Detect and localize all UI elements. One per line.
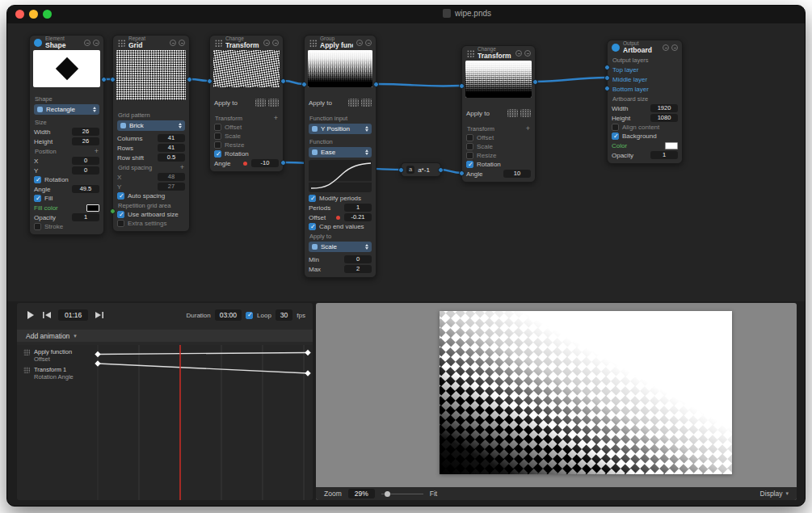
play-button[interactable]: [24, 309, 36, 321]
node-shape[interactable]: Element Shape Shape Rectangle Size Width: [29, 35, 104, 235]
artboard-opacity-field[interactable]: 1: [650, 151, 678, 159]
checkbox[interactable]: [612, 124, 619, 131]
checkbox[interactable]: [214, 141, 221, 149]
close-window-button[interactable]: [15, 10, 24, 19]
zoom-value-field[interactable]: 29%: [348, 489, 375, 498]
layer-input-middle[interactable]: Middle layer: [608, 74, 682, 84]
add-animation-button[interactable]: Add animation ▾: [17, 330, 313, 342]
animated-param-indicator[interactable]: [243, 162, 247, 166]
node-header[interactable]: Group Apply function: [305, 36, 376, 50]
node-grid[interactable]: Repeat Grid Grid pattern Brick Columns 4…: [112, 35, 190, 232]
grid-target-icon[interactable]: [255, 99, 266, 107]
checkbox[interactable]: [117, 220, 124, 227]
artboard-height-field[interactable]: 1080: [650, 114, 678, 122]
node-enable-icon[interactable]: [263, 40, 270, 46]
min-field[interactable]: 0: [344, 255, 372, 263]
spacing-y-field[interactable]: 27: [158, 183, 185, 191]
node-transform-1[interactable]: Change Transform 1 Apply to Transform+ O…: [209, 35, 284, 172]
artboard-width-field[interactable]: 1920: [650, 104, 678, 112]
fill-checkbox-row[interactable]: Fill: [30, 194, 103, 203]
checkbox[interactable]: [34, 176, 41, 183]
width-field[interactable]: 26: [72, 128, 99, 136]
checkbox[interactable]: [612, 132, 619, 140]
skip-back-button[interactable]: [41, 309, 53, 321]
node-solo-icon[interactable]: [524, 50, 531, 57]
stroke-checkbox-row[interactable]: Stroke: [30, 222, 103, 231]
expand-icon[interactable]: +: [180, 163, 184, 171]
checkbox[interactable]: [214, 124, 221, 131]
tracks-area[interactable]: Apply function Offset Transform 1 Rotati…: [17, 345, 313, 500]
node-enable-icon[interactable]: [84, 40, 90, 46]
scale-checkbox-row[interactable]: Scale: [462, 142, 535, 151]
node-header[interactable]: Output Artboard: [608, 40, 682, 55]
input-port[interactable]: [301, 82, 307, 87]
offset-checkbox-row[interactable]: Offset: [210, 123, 283, 132]
resize-checkbox-row[interactable]: Resize: [462, 151, 535, 160]
angle-field[interactable]: 10: [503, 170, 531, 178]
node-header[interactable]: Repeat Grid: [113, 36, 189, 50]
slider-knob[interactable]: [385, 491, 390, 497]
function-input-dropdown[interactable]: Y Position: [309, 124, 372, 134]
layer-input-top[interactable]: Top layer: [608, 65, 682, 74]
node-solo-icon[interactable]: [179, 40, 185, 46]
expand-icon[interactable]: +: [526, 124, 530, 132]
node-solo-icon[interactable]: [93, 40, 99, 46]
spacing-x-field[interactable]: 48: [158, 173, 185, 181]
fit-button[interactable]: Fit: [430, 490, 437, 498]
columns-field[interactable]: 41: [158, 134, 185, 142]
angle-output-port[interactable]: [280, 160, 286, 166]
extra-settings-row[interactable]: Extra settings: [113, 219, 189, 228]
checkbox[interactable]: [117, 192, 124, 200]
node-expression[interactable]: a a*-1: [401, 162, 441, 177]
display-dropdown[interactable]: Display ▾: [760, 490, 789, 498]
node-header[interactable]: Change Transform 2: [462, 46, 535, 61]
grid-range-icon[interactable]: [268, 99, 279, 107]
offset-checkbox-row[interactable]: Offset: [462, 133, 535, 142]
node-enable-icon[interactable]: [663, 44, 669, 51]
input-port[interactable]: [110, 77, 116, 82]
expression-formula[interactable]: a*-1: [418, 166, 430, 174]
node-artboard[interactable]: Output Artboard Output layers Top layer …: [607, 40, 683, 164]
track-row-transform1-rotation-angle[interactable]: Transform 1 Rotation Angle: [23, 366, 74, 381]
checkbox[interactable]: [466, 161, 473, 168]
rotation-checkbox-row[interactable]: Rotation: [30, 175, 103, 184]
background-checkbox-row[interactable]: Background: [608, 132, 682, 141]
resize-checkbox-row[interactable]: Resize: [210, 141, 283, 149]
fps-field[interactable]: 30: [276, 309, 292, 321]
opacity-field[interactable]: 1: [72, 213, 99, 221]
skip-forward-button[interactable]: [94, 309, 105, 321]
output-port[interactable]: [373, 82, 379, 87]
node-transform-2[interactable]: Change Transform 2 Apply to Transform+: [461, 45, 536, 183]
auto-spacing-checkbox-row[interactable]: Auto spacing: [113, 191, 189, 200]
shape-type-dropdown[interactable]: Rectangle: [34, 104, 99, 115]
zoom-window-button[interactable]: [43, 10, 52, 19]
function-curve-graph[interactable]: [309, 160, 372, 192]
checkbox[interactable]: [34, 223, 41, 230]
rotation-checkbox-row[interactable]: Rotation: [210, 149, 283, 158]
offset-field[interactable]: -0.21: [344, 213, 372, 221]
max-field[interactable]: 2: [344, 265, 372, 273]
angle-input-port[interactable]: [459, 170, 465, 176]
use-artboard-checkbox-row[interactable]: Use artboard size: [113, 210, 189, 219]
output-port[interactable]: [101, 77, 107, 82]
output-port[interactable]: [532, 79, 538, 85]
node-canvas[interactable]: Element Shape Shape Rectangle Size Width: [7, 23, 806, 301]
loop-checkbox[interactable]: [246, 312, 253, 319]
node-solo-icon[interactable]: [671, 44, 678, 51]
periods-field[interactable]: 1: [344, 204, 372, 212]
checkbox[interactable]: [34, 195, 41, 202]
input-port[interactable]: [398, 167, 404, 173]
checkbox[interactable]: [466, 143, 473, 150]
background-color-swatch[interactable]: [665, 142, 678, 149]
zoom-slider[interactable]: [381, 490, 423, 498]
top-layer-input-port[interactable]: [604, 65, 610, 70]
node-solo-icon[interactable]: [365, 40, 372, 46]
angle-field[interactable]: 49.5: [72, 185, 99, 193]
cap-end-values-checkbox-row[interactable]: Cap end values: [305, 222, 376, 231]
checkbox[interactable]: [466, 134, 473, 141]
angle-field[interactable]: -10: [251, 159, 279, 167]
rotation-checkbox-row[interactable]: Rotation: [462, 160, 535, 169]
node-header[interactable]: Change Transform 1: [210, 36, 283, 50]
checkbox[interactable]: [214, 132, 221, 140]
node-apply-function[interactable]: Group Apply function Apply to Function i…: [304, 35, 377, 278]
